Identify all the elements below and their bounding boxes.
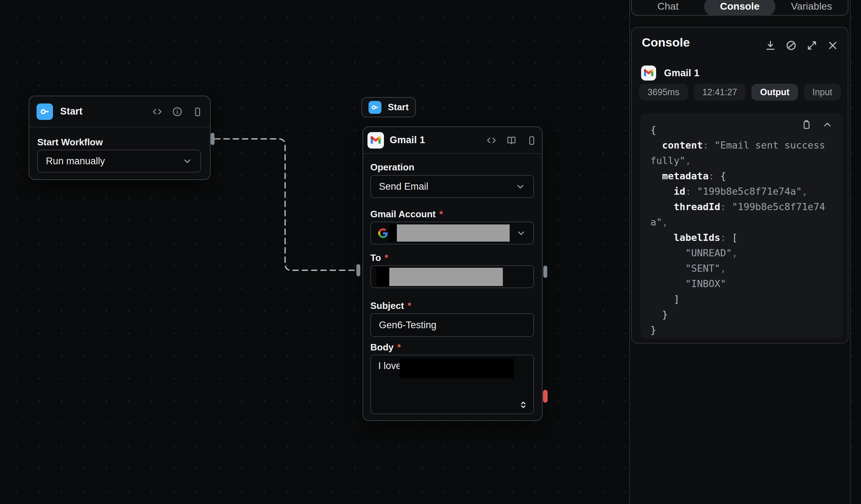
output-tab[interactable]: Output [751, 84, 798, 101]
gmail-account-label: Gmail Account* [370, 209, 535, 219]
redacted-body-value [400, 358, 514, 378]
key-icon [39, 106, 50, 117]
phone-icon[interactable] [192, 106, 203, 117]
time-badge: 12:41:27 [694, 84, 746, 101]
input-tab[interactable]: Input [804, 84, 841, 101]
start-pill-icon [369, 101, 381, 114]
start-node[interactable]: Start Start Workflow Run manually [29, 96, 211, 180]
redacted-account-value [389, 224, 397, 242]
console-panel: Console Gmail 1 [631, 27, 848, 344]
body-label: Body* [370, 342, 535, 353]
resize-handle-icon[interactable] [518, 400, 528, 410]
console-source-node: Gmail 1 [664, 68, 699, 79]
start-workflow-label: Start Workflow [37, 137, 202, 147]
chevron-up-icon[interactable] [822, 119, 833, 130]
gmail-node-error-indicator[interactable] [543, 390, 548, 403]
chevron-down-icon [516, 228, 526, 238]
redacted-to-value [389, 268, 503, 286]
body-textarea-value: I love [378, 360, 401, 372]
start-pill-label: Start [388, 102, 409, 112]
redacted-to-value [376, 267, 389, 286]
workflow-canvas[interactable]: Start Start Workflow Run manually [0, 0, 861, 504]
subject-input-value: Gen6-Testing [379, 320, 437, 331]
duration-badge: 3695ms [639, 84, 688, 101]
gmail-icon [641, 66, 656, 81]
gmail-node[interactable]: Gmail 1 Operation Send Email Gmail Accou… [362, 126, 543, 421]
gmail-node-input-port[interactable] [356, 264, 360, 276]
tab-chat[interactable]: Chat [632, 1, 704, 12]
google-icon [378, 228, 388, 238]
gmail-node-icon [367, 132, 384, 149]
expand-icon[interactable] [806, 40, 818, 51]
to-input[interactable] [370, 265, 534, 288]
console-output-json[interactable]: { content: "Email sent successfully", me… [640, 113, 843, 339]
chevron-down-icon [515, 181, 525, 192]
copy-icon[interactable] [801, 119, 812, 130]
panel-tabbar: Chat Console Variables [631, 0, 848, 16]
gmail-node-title: Gmail 1 [390, 135, 425, 146]
right-drawer: Chat Console Variables Console [629, 0, 851, 504]
close-icon[interactable] [827, 40, 838, 51]
tab-console[interactable]: Console [704, 0, 775, 16]
tab-variables[interactable]: Variables [775, 1, 848, 12]
operation-select[interactable]: Send Email [370, 175, 534, 198]
start-node-title: Start [60, 106, 83, 117]
to-label: To* [370, 252, 535, 263]
code-icon[interactable] [152, 106, 163, 117]
disable-icon[interactable] [785, 40, 797, 51]
json-code: { content: "Email sent successfully", me… [650, 122, 836, 338]
gmail-account-select[interactable] [370, 222, 534, 244]
console-title: Console [642, 35, 690, 49]
download-icon[interactable] [765, 40, 776, 51]
console-badges: 3695ms 12:41:27 Output Input [639, 84, 841, 101]
gmail-icon [371, 135, 381, 145]
subject-input[interactable]: Gen6-Testing [370, 313, 534, 337]
operation-label: Operation [370, 162, 535, 173]
console-source-row: Gmail 1 [641, 66, 699, 81]
start-node-output-port[interactable] [211, 133, 215, 145]
phone-icon[interactable] [526, 135, 537, 146]
key-icon [371, 103, 379, 112]
redacted-account-value [397, 224, 510, 242]
subject-label: Subject* [370, 300, 535, 311]
trigger-select[interactable]: Run manually [37, 150, 201, 173]
start-pill[interactable]: Start [361, 97, 416, 117]
trigger-select-value: Run manually [46, 156, 105, 167]
start-node-icon [37, 103, 53, 120]
operation-select-value: Send Email [379, 181, 428, 192]
code-icon[interactable] [486, 135, 497, 146]
info-icon[interactable] [172, 106, 183, 117]
body-textarea[interactable]: I love [370, 355, 534, 414]
gmail-node-output-port[interactable] [543, 266, 547, 278]
book-icon[interactable] [506, 135, 517, 146]
chevron-down-icon [182, 156, 192, 166]
